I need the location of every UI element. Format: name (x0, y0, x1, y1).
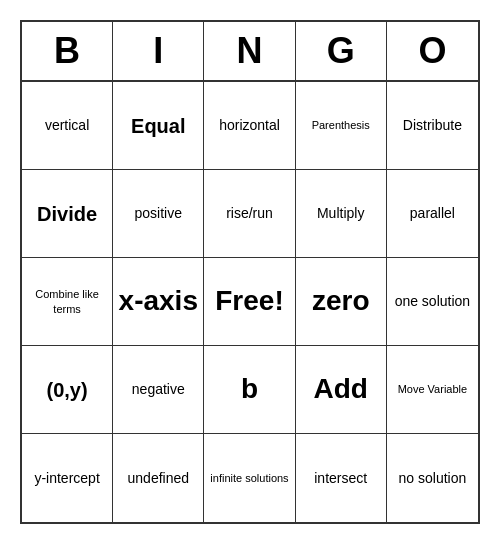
bingo-cell-18: Add (296, 346, 387, 434)
bingo-cell-8: Multiply (296, 170, 387, 258)
bingo-card: BINGO verticalEqualhorizontalParenthesis… (20, 20, 480, 524)
bingo-cell-4: Distribute (387, 82, 478, 170)
bingo-cell-14: one solution (387, 258, 478, 346)
bingo-cell-13: zero (296, 258, 387, 346)
bingo-header: BINGO (22, 22, 478, 82)
bingo-cell-3: Parenthesis (296, 82, 387, 170)
bingo-grid: verticalEqualhorizontalParenthesisDistri… (22, 82, 478, 522)
bingo-cell-1: Equal (113, 82, 204, 170)
bingo-cell-21: undefined (113, 434, 204, 522)
bingo-cell-22: infinite solutions (204, 434, 295, 522)
bingo-cell-0: vertical (22, 82, 113, 170)
bingo-cell-9: parallel (387, 170, 478, 258)
bingo-cell-19: Move Variable (387, 346, 478, 434)
header-letter-N: N (204, 22, 295, 80)
bingo-cell-16: negative (113, 346, 204, 434)
header-letter-G: G (296, 22, 387, 80)
bingo-cell-10: Combine like terms (22, 258, 113, 346)
bingo-cell-12: Free! (204, 258, 295, 346)
bingo-cell-7: rise/run (204, 170, 295, 258)
bingo-cell-20: y-intercept (22, 434, 113, 522)
bingo-cell-24: no solution (387, 434, 478, 522)
header-letter-I: I (113, 22, 204, 80)
bingo-cell-11: x-axis (113, 258, 204, 346)
bingo-cell-15: (0,y) (22, 346, 113, 434)
header-letter-O: O (387, 22, 478, 80)
bingo-cell-23: intersect (296, 434, 387, 522)
bingo-cell-2: horizontal (204, 82, 295, 170)
header-letter-B: B (22, 22, 113, 80)
bingo-cell-5: Divide (22, 170, 113, 258)
bingo-cell-6: positive (113, 170, 204, 258)
bingo-cell-17: b (204, 346, 295, 434)
